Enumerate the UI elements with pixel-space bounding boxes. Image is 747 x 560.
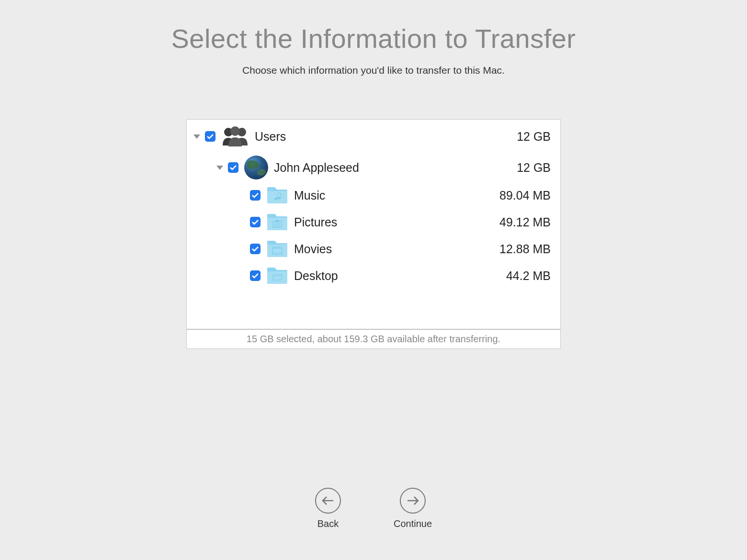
- users-group-icon: [221, 125, 249, 147]
- svg-rect-12: [279, 247, 280, 248]
- checkmark-icon: [252, 246, 259, 252]
- checkbox-music[interactable]: [250, 190, 260, 201]
- tree-row-desktop[interactable]: Desktop 44.2 MB: [187, 262, 560, 289]
- tree-size-pictures: 49.12 MB: [499, 215, 554, 229]
- checkbox-user[interactable]: [228, 162, 238, 173]
- svg-point-2: [230, 126, 240, 136]
- tree-size-music: 89.04 MB: [499, 189, 554, 202]
- checkbox-pictures[interactable]: [250, 217, 260, 227]
- tree-size-movies: 12.88 MB: [499, 242, 554, 256]
- disclosure-triangle-icon[interactable]: [216, 166, 223, 170]
- tree-size-user: 12 GB: [517, 161, 554, 175]
- checkmark-icon: [252, 192, 259, 198]
- continue-label: Continue: [394, 518, 432, 529]
- svg-rect-11: [277, 247, 278, 248]
- checkmark-icon: [230, 165, 237, 170]
- tree-label-movies: Movies: [294, 242, 332, 256]
- desktop-folder-icon: [266, 267, 288, 285]
- checkmark-icon: [252, 273, 259, 279]
- arrow-left-icon: [315, 488, 341, 514]
- back-button[interactable]: Back: [315, 488, 341, 529]
- tree-size-desktop: 44.2 MB: [506, 269, 554, 283]
- earth-icon: [244, 156, 268, 179]
- svg-rect-5: [276, 220, 279, 221]
- svg-rect-9: [273, 247, 274, 248]
- transfer-panel: Users 12 GB John Appleseed 12 GB: [186, 119, 561, 349]
- tree-label-music: Music: [294, 189, 325, 202]
- tree-label-pictures: Pictures: [294, 215, 337, 229]
- tree-label-users: Users: [255, 130, 286, 144]
- tree-row-user[interactable]: John Appleseed 12 GB: [187, 153, 560, 182]
- tree-row-pictures[interactable]: Pictures 49.12 MB: [187, 209, 560, 235]
- tree-row-music[interactable]: Music 89.04 MB: [187, 182, 560, 209]
- back-label: Back: [317, 518, 339, 529]
- status-footer: 15 GB selected, about 159.3 GB available…: [187, 329, 560, 348]
- checkbox-movies[interactable]: [250, 244, 260, 254]
- tree-label-desktop: Desktop: [294, 269, 338, 283]
- checkbox-desktop[interactable]: [250, 270, 260, 281]
- pictures-folder-icon: [266, 213, 288, 231]
- disclosure-triangle-icon[interactable]: [193, 134, 200, 139]
- continue-button[interactable]: Continue: [394, 488, 432, 529]
- checkbox-users[interactable]: [205, 131, 215, 142]
- checkmark-icon: [252, 219, 259, 225]
- movies-folder-icon: [266, 240, 288, 258]
- page-title: Select the Information to Transfer: [171, 23, 576, 54]
- arrow-right-icon: [400, 488, 426, 514]
- transfer-tree: Users 12 GB John Appleseed 12 GB: [187, 120, 560, 329]
- tree-label-user: John Appleseed: [274, 161, 359, 175]
- music-folder-icon: [266, 186, 288, 204]
- nav-buttons: Back Continue: [315, 488, 432, 529]
- tree-size-users: 12 GB: [517, 130, 554, 144]
- page-subtitle: Choose which information you'd like to t…: [242, 65, 505, 76]
- tree-row-users[interactable]: Users 12 GB: [187, 123, 560, 150]
- tree-row-movies[interactable]: Movies 12.88 MB: [187, 235, 560, 262]
- svg-rect-10: [275, 247, 276, 248]
- checkmark-icon: [207, 134, 214, 139]
